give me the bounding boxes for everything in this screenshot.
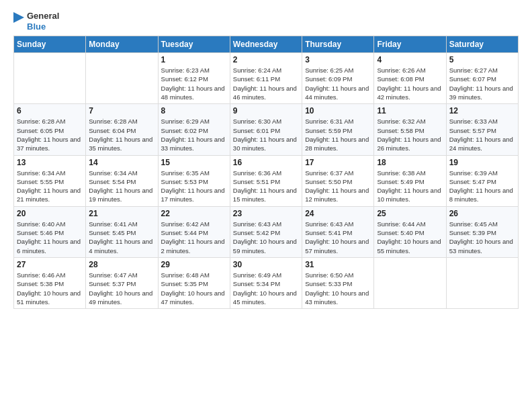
day-info: Sunrise: 6:30 AMSunset: 6:01 PMDaylight:…	[233, 117, 299, 152]
calendar-cell: 23Sunrise: 6:43 AMSunset: 5:42 PMDayligh…	[230, 206, 302, 257]
day-info: Sunrise: 6:24 AMSunset: 6:11 PMDaylight:…	[233, 66, 299, 101]
weekday-header-row: SundayMondayTuesdayWednesdayThursdayFrid…	[14, 36, 519, 53]
calendar-cell: 15Sunrise: 6:35 AMSunset: 5:53 PMDayligh…	[158, 155, 230, 206]
day-info: Sunrise: 6:32 AMSunset: 5:58 PMDaylight:…	[377, 117, 443, 152]
calendar-week-row: 13Sunrise: 6:34 AMSunset: 5:55 PMDayligh…	[14, 155, 519, 206]
day-number: 22	[161, 209, 227, 218]
day-number: 21	[89, 209, 154, 218]
calendar-cell: 30Sunrise: 6:49 AMSunset: 5:34 PMDayligh…	[230, 257, 302, 308]
calendar-cell: 3Sunrise: 6:25 AMSunset: 6:09 PMDaylight…	[302, 53, 374, 104]
calendar-cell: 13Sunrise: 6:34 AMSunset: 5:55 PMDayligh…	[14, 155, 86, 206]
calendar-cell: 21Sunrise: 6:41 AMSunset: 5:45 PMDayligh…	[86, 206, 158, 257]
day-info: Sunrise: 6:31 AMSunset: 5:59 PMDaylight:…	[305, 117, 371, 152]
day-number: 4	[377, 55, 443, 64]
day-number: 29	[161, 260, 227, 269]
day-info: Sunrise: 6:34 AMSunset: 5:54 PMDaylight:…	[89, 169, 154, 204]
day-info: Sunrise: 6:46 AMSunset: 5:38 PMDaylight:…	[17, 271, 83, 306]
day-number: 20	[17, 209, 83, 218]
day-info: Sunrise: 6:43 AMSunset: 5:41 PMDaylight:…	[305, 220, 371, 255]
day-info: Sunrise: 6:28 AMSunset: 6:05 PMDaylight:…	[17, 117, 83, 152]
weekday-header-monday: Monday	[86, 36, 158, 53]
calendar-cell: 28Sunrise: 6:47 AMSunset: 5:37 PMDayligh…	[86, 257, 158, 308]
day-number: 9	[233, 106, 299, 116]
logo: General Blue General Blue	[13, 11, 59, 32]
calendar-cell: 25Sunrise: 6:44 AMSunset: 5:40 PMDayligh…	[374, 206, 446, 257]
day-number: 24	[305, 209, 371, 218]
day-info: Sunrise: 6:27 AMSunset: 6:07 PMDaylight:…	[449, 66, 515, 101]
calendar-cell: 19Sunrise: 6:39 AMSunset: 5:47 PMDayligh…	[446, 155, 518, 206]
day-info: Sunrise: 6:28 AMSunset: 6:04 PMDaylight:…	[89, 117, 154, 152]
calendar-week-row: 6Sunrise: 6:28 AMSunset: 6:05 PMDaylight…	[14, 104, 519, 155]
calendar-cell: 20Sunrise: 6:40 AMSunset: 5:46 PMDayligh…	[14, 206, 86, 257]
calendar-week-row: 20Sunrise: 6:40 AMSunset: 5:46 PMDayligh…	[14, 206, 519, 257]
day-info: Sunrise: 6:33 AMSunset: 5:57 PMDaylight:…	[449, 117, 515, 152]
day-number: 11	[377, 106, 443, 116]
day-number: 16	[233, 158, 299, 167]
day-number: 3	[305, 55, 371, 64]
calendar-body: 1Sunrise: 6:23 AMSunset: 6:12 PMDaylight…	[14, 53, 519, 309]
calendar-cell	[374, 257, 446, 308]
day-number: 5	[449, 55, 515, 64]
day-number: 10	[305, 106, 371, 116]
day-number: 15	[161, 158, 227, 167]
day-number: 17	[305, 158, 371, 167]
day-number: 1	[161, 55, 227, 64]
calendar-cell: 22Sunrise: 6:42 AMSunset: 5:44 PMDayligh…	[158, 206, 230, 257]
logo-flag-icon	[13, 12, 24, 31]
weekday-header-tuesday: Tuesday	[158, 36, 230, 53]
calendar-cell: 9Sunrise: 6:30 AMSunset: 6:01 PMDaylight…	[230, 104, 302, 155]
calendar-cell: 4Sunrise: 6:26 AMSunset: 6:08 PMDaylight…	[374, 53, 446, 104]
day-number: 7	[89, 106, 154, 116]
calendar-cell: 31Sunrise: 6:50 AMSunset: 5:33 PMDayligh…	[302, 257, 374, 308]
day-info: Sunrise: 6:50 AMSunset: 5:33 PMDaylight:…	[305, 271, 371, 306]
calendar-cell: 8Sunrise: 6:29 AMSunset: 6:02 PMDaylight…	[158, 104, 230, 155]
weekday-header-thursday: Thursday	[302, 36, 374, 53]
day-info: Sunrise: 6:42 AMSunset: 5:44 PMDaylight:…	[161, 220, 227, 255]
day-number: 25	[377, 209, 443, 218]
day-info: Sunrise: 6:45 AMSunset: 5:39 PMDaylight:…	[449, 220, 515, 255]
day-info: Sunrise: 6:40 AMSunset: 5:46 PMDaylight:…	[17, 220, 83, 255]
calendar-cell: 26Sunrise: 6:45 AMSunset: 5:39 PMDayligh…	[446, 206, 518, 257]
calendar-cell: 17Sunrise: 6:37 AMSunset: 5:50 PMDayligh…	[302, 155, 374, 206]
day-info: Sunrise: 6:34 AMSunset: 5:55 PMDaylight:…	[17, 169, 83, 204]
calendar-cell: 11Sunrise: 6:32 AMSunset: 5:58 PMDayligh…	[374, 104, 446, 155]
header: General Blue General Blue	[13, 11, 519, 32]
calendar-cell: 1Sunrise: 6:23 AMSunset: 6:12 PMDaylight…	[158, 53, 230, 104]
day-number: 18	[377, 158, 443, 167]
calendar-cell: 14Sunrise: 6:34 AMSunset: 5:54 PMDayligh…	[86, 155, 158, 206]
weekday-header-saturday: Saturday	[446, 36, 518, 53]
calendar-table: SundayMondayTuesdayWednesdayThursdayFrid…	[13, 36, 519, 309]
calendar-cell: 6Sunrise: 6:28 AMSunset: 6:05 PMDaylight…	[14, 104, 86, 155]
day-info: Sunrise: 6:43 AMSunset: 5:42 PMDaylight:…	[233, 220, 299, 255]
calendar-cell: 27Sunrise: 6:46 AMSunset: 5:38 PMDayligh…	[14, 257, 86, 308]
day-number: 14	[89, 158, 154, 167]
day-number: 27	[17, 260, 83, 269]
calendar-cell	[446, 257, 518, 308]
day-info: Sunrise: 6:37 AMSunset: 5:50 PMDaylight:…	[305, 169, 371, 204]
svg-marker-3	[13, 12, 24, 23]
calendar-cell: 5Sunrise: 6:27 AMSunset: 6:07 PMDaylight…	[446, 53, 518, 104]
calendar-week-row: 1Sunrise: 6:23 AMSunset: 6:12 PMDaylight…	[14, 53, 519, 104]
calendar-cell: 12Sunrise: 6:33 AMSunset: 5:57 PMDayligh…	[446, 104, 518, 155]
day-number: 12	[449, 106, 515, 116]
day-info: Sunrise: 6:41 AMSunset: 5:45 PMDaylight:…	[89, 220, 154, 255]
day-number: 8	[161, 106, 227, 116]
day-number: 26	[449, 209, 515, 218]
calendar-cell: 7Sunrise: 6:28 AMSunset: 6:04 PMDaylight…	[86, 104, 158, 155]
day-info: Sunrise: 6:36 AMSunset: 5:51 PMDaylight:…	[233, 169, 299, 204]
calendar-header: SundayMondayTuesdayWednesdayThursdayFrid…	[14, 36, 519, 53]
day-number: 13	[17, 158, 83, 167]
day-info: Sunrise: 6:39 AMSunset: 5:47 PMDaylight:…	[449, 169, 515, 204]
day-info: Sunrise: 6:49 AMSunset: 5:34 PMDaylight:…	[233, 271, 299, 306]
day-info: Sunrise: 6:47 AMSunset: 5:37 PMDaylight:…	[89, 271, 154, 306]
calendar-cell: 24Sunrise: 6:43 AMSunset: 5:41 PMDayligh…	[302, 206, 374, 257]
day-number: 28	[89, 260, 154, 269]
day-number: 19	[449, 158, 515, 167]
calendar-cell: 29Sunrise: 6:48 AMSunset: 5:35 PMDayligh…	[158, 257, 230, 308]
day-info: Sunrise: 6:29 AMSunset: 6:02 PMDaylight:…	[161, 117, 227, 152]
day-info: Sunrise: 6:48 AMSunset: 5:35 PMDaylight:…	[161, 271, 227, 306]
calendar-cell	[86, 53, 158, 104]
day-number: 30	[233, 260, 299, 269]
day-info: Sunrise: 6:44 AMSunset: 5:40 PMDaylight:…	[377, 220, 443, 255]
day-number: 6	[17, 106, 83, 116]
